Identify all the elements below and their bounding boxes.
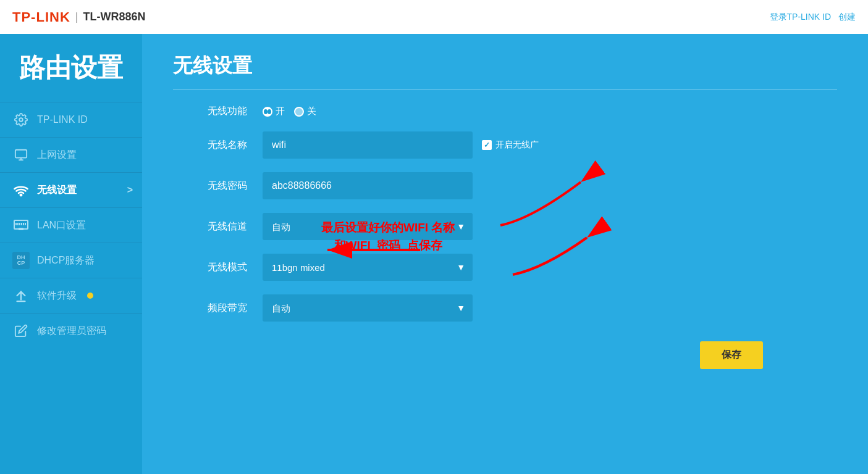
sidebar-item-wireless[interactable]: 无线设置 > xyxy=(0,172,142,207)
gear-icon xyxy=(12,111,30,128)
wireless-function-control: 开 关 xyxy=(263,106,316,117)
mode-label: 无线模式 xyxy=(173,261,247,274)
wifi-icon xyxy=(12,181,30,199)
sidebar-item-upgrade[interactable]: 软件升级 xyxy=(0,278,142,313)
channel-select[interactable]: 自动 123611 xyxy=(263,213,473,240)
header-right: 登录TP-LINK ID 创建 xyxy=(765,12,856,23)
sidebar-item-dhcp[interactable]: DH CP DHCP服务器 xyxy=(0,243,142,278)
main-content: 无线设置 无线功能 开 关 无线名称 xyxy=(142,34,868,474)
upgrade-dot xyxy=(87,293,93,299)
wireless-on-option[interactable]: 开 xyxy=(263,106,285,117)
sidebar-item-internet[interactable]: 上网设置 xyxy=(0,137,142,172)
register-link[interactable]: 创建 xyxy=(838,12,856,22)
sidebar-label-upgrade: 软件升级 xyxy=(37,289,77,302)
sidebar-label-internet: 上网设置 xyxy=(37,149,77,162)
broadcast-checkbox-label[interactable]: ✓ 开启无线广 xyxy=(482,139,539,151)
sidebar-item-tplink-id[interactable]: TP-LINK ID xyxy=(0,102,142,137)
password-input[interactable] xyxy=(263,172,473,199)
logo-separator: | xyxy=(75,10,78,23)
channel-select-wrapper: 自动 123611 ▼ xyxy=(263,213,473,240)
monitor-icon xyxy=(12,146,30,164)
sidebar-label-wireless: 无线设置 xyxy=(37,184,77,197)
password-row: 无线密码 xyxy=(173,172,837,199)
logo-brand: TP-LINK xyxy=(12,9,70,25)
ssid-row: 无线名称 ✓ 开启无线广 xyxy=(173,131,837,159)
ssid-input[interactable] xyxy=(263,131,473,159)
broadcast-label-text: 开启无线广 xyxy=(495,139,539,151)
wireless-off-option[interactable]: 关 xyxy=(294,106,316,117)
save-button[interactable]: 保存 xyxy=(700,341,763,369)
wireless-on-label: 开 xyxy=(276,106,285,117)
sidebar-label-lan: LAN口设置 xyxy=(37,219,86,232)
bandwidth-label: 频段带宽 xyxy=(173,302,247,315)
svg-point-4 xyxy=(20,194,22,196)
bandwidth-select-wrapper: 自动 20MHz 40MHz ▼ xyxy=(263,294,473,322)
svg-rect-12 xyxy=(19,228,23,230)
mode-control: 11bgn mixed 11b only 11g only 11n only ▼ xyxy=(263,254,473,281)
wireless-function-label: 无线功能 xyxy=(173,105,247,118)
layout: 路由设置 TP-LINK ID 上网设置 xyxy=(0,34,868,474)
ssid-label: 无线名称 xyxy=(173,139,247,152)
lan-icon xyxy=(12,217,30,234)
edit-icon xyxy=(12,322,30,339)
wireless-function-row: 无线功能 开 关 xyxy=(173,105,837,118)
mode-row: 无线模式 11bgn mixed 11b only 11g only 11n o… xyxy=(173,254,837,281)
sidebar-title: 路由设置 xyxy=(0,34,142,102)
mode-select[interactable]: 11bgn mixed 11b only 11g only 11n only xyxy=(263,254,473,281)
password-label: 无线密码 xyxy=(173,180,247,193)
channel-control: 自动 123611 ▼ xyxy=(263,213,473,240)
password-control xyxy=(263,172,473,199)
sidebar-item-password[interactable]: 修改管理员密码 xyxy=(0,313,142,348)
sidebar-item-lan[interactable]: LAN口设置 xyxy=(0,207,142,243)
svg-rect-1 xyxy=(15,150,27,158)
radio-off-dot xyxy=(294,107,304,117)
sidebar-label-password: 修改管理员密码 xyxy=(37,325,106,338)
login-link[interactable]: 登录TP-LINK ID xyxy=(770,12,832,22)
page-title: 无线设置 xyxy=(173,52,837,89)
logo: TP-LINK | TL-WR886N xyxy=(12,9,145,25)
logo-model: TL-WR886N xyxy=(83,10,145,23)
ssid-control: ✓ 开启无线广 xyxy=(263,131,539,159)
wireless-form: 无线功能 开 关 无线名称 xyxy=(173,105,837,322)
bandwidth-control: 自动 20MHz 40MHz ▼ xyxy=(263,294,473,322)
radio-on-dot xyxy=(263,107,272,117)
upgrade-icon xyxy=(12,287,30,304)
chevron-right-icon: > xyxy=(127,185,133,196)
dhcp-icon: DH CP xyxy=(12,252,30,269)
svg-point-0 xyxy=(19,118,23,122)
mode-select-wrapper: 11bgn mixed 11b only 11g only 11n only ▼ xyxy=(263,254,473,281)
wireless-off-label: 关 xyxy=(307,106,316,117)
channel-row: 无线信道 自动 123611 ▼ xyxy=(173,213,837,240)
bandwidth-row: 频段带宽 自动 20MHz 40MHz ▼ xyxy=(173,294,837,322)
header: TP-LINK | TL-WR886N 登录TP-LINK ID 创建 xyxy=(0,0,868,34)
broadcast-checkbox[interactable]: ✓ xyxy=(482,140,492,150)
sidebar-label-tplink-id: TP-LINK ID xyxy=(37,114,88,125)
channel-label: 无线信道 xyxy=(173,220,247,233)
sidebar: 路由设置 TP-LINK ID 上网设置 xyxy=(0,34,142,474)
sidebar-label-dhcp: DHCP服务器 xyxy=(37,254,95,267)
bandwidth-select[interactable]: 自动 20MHz 40MHz xyxy=(263,294,473,322)
check-mark: ✓ xyxy=(484,141,490,149)
